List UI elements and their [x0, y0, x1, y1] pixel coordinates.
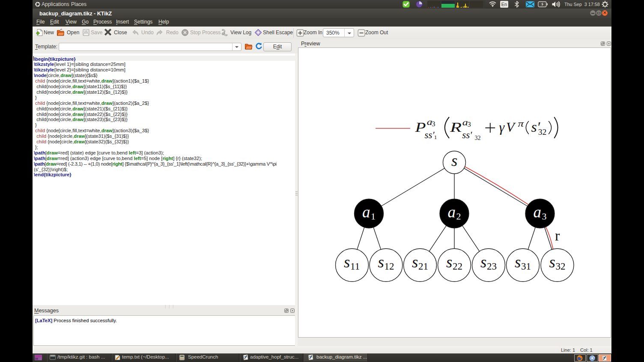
svg-text:R: R: [450, 119, 462, 135]
svg-text:a: a: [448, 203, 456, 221]
svg-text:γ: γ: [499, 119, 505, 135]
svg-text:ss′: ss′: [425, 130, 435, 140]
svg-text:32: 32: [538, 128, 547, 136]
svg-text:s: s: [451, 152, 457, 169]
svg-text:2: 2: [456, 211, 461, 222]
svg-text:a: a: [362, 203, 370, 221]
svg-text:3: 3: [432, 120, 435, 128]
svg-text:3: 3: [542, 211, 547, 222]
svg-text:s: s: [344, 253, 350, 271]
svg-text:31: 31: [521, 261, 531, 272]
svg-text:s: s: [480, 253, 486, 271]
svg-text:11: 11: [350, 261, 360, 272]
svg-text:3: 3: [468, 121, 471, 128]
svg-text:s: s: [549, 253, 555, 271]
svg-text:23: 23: [487, 261, 497, 272]
svg-text:32: 32: [475, 135, 481, 141]
svg-text:22: 22: [453, 261, 462, 272]
svg-text:s: s: [378, 253, 384, 271]
svg-text:s: s: [515, 253, 521, 271]
svg-text:V: V: [506, 119, 516, 135]
svg-text:ss′: ss′: [462, 130, 472, 140]
svg-text:1: 1: [371, 211, 376, 222]
svg-text:r: r: [555, 228, 560, 243]
svg-text:12: 12: [385, 261, 394, 272]
svg-text:21: 21: [418, 261, 428, 272]
svg-text:s: s: [446, 253, 452, 271]
svg-text:1: 1: [434, 134, 437, 140]
svg-text:a: a: [534, 203, 542, 221]
svg-text:π: π: [518, 119, 524, 129]
svg-text:s: s: [412, 253, 418, 271]
svg-text:32: 32: [556, 261, 566, 272]
